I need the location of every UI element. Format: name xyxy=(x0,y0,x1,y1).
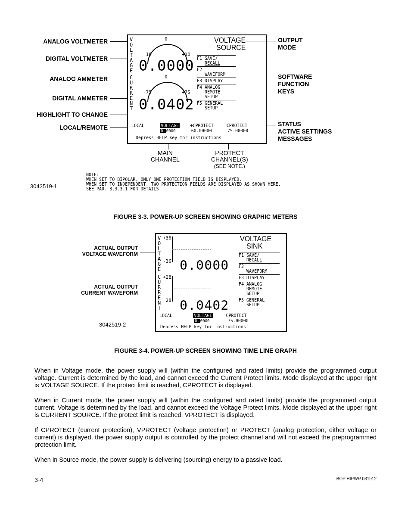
lbl-main-channel: MAINCHANNEL xyxy=(151,150,180,163)
lbl-volt-waveform: ACTUAL OUTPUTVOLTAGE WAVEFORM xyxy=(69,245,138,257)
lbl-digital-ammeter: DIGITAL AMMETER xyxy=(30,95,108,102)
help-msg: Depress HELP key for instructions xyxy=(136,135,221,140)
doc-num-2: 3042519-2 xyxy=(99,321,126,328)
volt-zero: 0 xyxy=(165,36,168,42)
digital-v2: 0.0000 xyxy=(180,258,229,273)
lcd-panel-1: VOLTAGE CURRENT 0 -10 +10 0.0000 0 -75 +… xyxy=(127,34,267,144)
fkeys2: F1 SAVE/ RECALL F2 WAVEFORM F3 DISPLAY F… xyxy=(239,252,280,308)
para-protect: If CPROTECT (current protection), VPROTE… xyxy=(30,426,381,448)
cur-neg: -75 xyxy=(143,90,152,95)
note-block: NOTE: WHEN SET TO BIPOLAR, ONLY ONE PROT… xyxy=(86,172,281,191)
status-voltage: VOLTAGE xyxy=(160,123,180,128)
doc-id: BOP HIPWR 031912 xyxy=(336,476,377,483)
digital-a2: 0.0402 xyxy=(180,298,229,313)
lbl-cur-waveform: ACTUAL OUTPUTCURRENT WAVEFORM xyxy=(69,284,138,296)
lbl-local-remote: LOCAL/REMOTE xyxy=(30,124,108,131)
lbl-output-mode: OUTPUTMODE xyxy=(278,37,303,51)
status-cprot-n: -CPROTECT xyxy=(224,123,247,128)
vtext-current: CURRENT xyxy=(130,75,133,111)
status-cprot-p: +CPROTECT xyxy=(190,123,213,128)
lbl-status: STATUSACTIVE SETTINGSMESSAGES xyxy=(278,121,332,143)
cur-pos: +75 xyxy=(182,90,190,95)
doc-num-1: 3042519-1 xyxy=(30,183,57,190)
cur-zero: 0 xyxy=(165,74,168,80)
mode-source: SOURCE xyxy=(216,44,246,52)
digital-v: 0.0000 xyxy=(139,57,194,74)
lbl-digital-voltmeter: DIGITAL VOLTMETER xyxy=(30,55,108,62)
lbl-protect-channel: PROTECTCHANNEL(S)(SEE NOTE.) xyxy=(211,150,248,170)
status-row: LOCAL VOLTAGE +CPROTECT -CPROTECT xyxy=(131,123,265,128)
status-local: LOCAL xyxy=(131,123,144,128)
para-current-mode: When in Current mode, the power supply w… xyxy=(30,397,381,419)
lbl-highlight: HIGHLIGHT TO CHANGE xyxy=(17,111,108,118)
figure-3-4-caption: FIGURE 3-4. POWER-UP SCREEN SHOWING TIME… xyxy=(30,347,381,354)
lbl-analog-voltmeter: ANALOG VOLTMETER xyxy=(30,38,108,45)
lbl-software-keys: SOFTWAREFUNCTIONKEYS xyxy=(278,73,312,95)
figure-3-3-caption: FIGURE 3-3. POWER-UP SCREEN SHOWING GRAP… xyxy=(30,213,381,220)
para-source-mode: When in Source mode, the power supply is… xyxy=(30,456,381,464)
vtext-voltage: VOLTAGE xyxy=(130,37,133,73)
page-footer: 3-4 BOP HIPWR 031912 xyxy=(30,476,381,483)
page-number: 3-4 xyxy=(34,476,43,483)
figure-3-3: ANALOG VOLTMETER DIGITAL VOLTMETER ANALO… xyxy=(30,34,381,202)
digital-a: 0.0402 xyxy=(139,96,194,113)
lcd-panel-2: VOLTAGE CURRENT +36 -36 +28 -28 0.0000 0… xyxy=(155,233,287,332)
figure-3-4: ACTUAL OUTPUTVOLTAGE WAVEFORM ACTUAL OUT… xyxy=(73,233,381,336)
mode-voltage: VOLTAGE xyxy=(214,37,246,44)
para-voltage-mode: When in Voltage mode, the power supply w… xyxy=(30,367,381,389)
fkeys: F1 SAVE/ RECALL F2 WAVEFORM F3 DISPLAY F… xyxy=(197,55,236,111)
lbl-analog-ammeter: ANALOG AMMETER xyxy=(30,75,108,82)
